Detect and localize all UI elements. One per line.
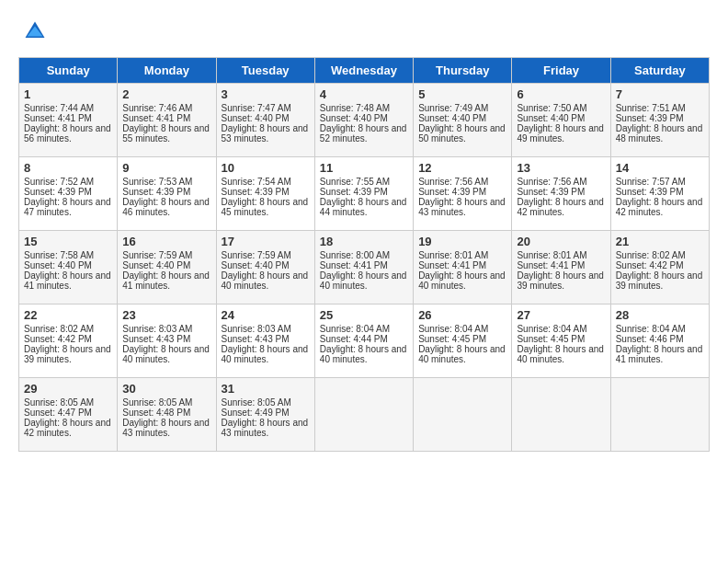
calendar-cell: 26Sunrise: 8:04 AMSunset: 4:45 PMDayligh… — [414, 304, 512, 378]
sunset-text: Sunset: 4:41 PM — [24, 113, 92, 123]
sunset-text: Sunset: 4:39 PM — [418, 187, 486, 197]
calendar-cell — [512, 378, 610, 452]
sunrise-text: Sunrise: 7:44 AM — [24, 103, 94, 113]
daylight-text: Daylight: 8 hours and 43 minutes. — [418, 197, 506, 217]
calendar-cell: 20Sunrise: 8:01 AMSunset: 4:41 PMDayligh… — [512, 231, 610, 304]
day-number: 26 — [418, 308, 506, 322]
calendar-cell: 18Sunrise: 8:00 AMSunset: 4:41 PMDayligh… — [314, 231, 413, 304]
day-number: 23 — [122, 308, 210, 322]
sunset-text: Sunset: 4:40 PM — [24, 260, 92, 270]
header-saturday: Saturday — [610, 58, 709, 84]
sunrise-text: Sunrise: 8:03 AM — [122, 324, 192, 334]
sunset-text: Sunset: 4:39 PM — [24, 187, 92, 197]
sunrise-text: Sunrise: 8:02 AM — [24, 324, 94, 334]
sunrise-text: Sunrise: 8:04 AM — [418, 324, 488, 334]
sunset-text: Sunset: 4:39 PM — [122, 187, 190, 197]
sunrise-text: Sunrise: 7:49 AM — [418, 103, 488, 113]
daylight-text: Daylight: 8 hours and 41 minutes. — [24, 270, 111, 291]
sunrise-text: Sunrise: 7:50 AM — [517, 103, 586, 113]
calendar-cell — [610, 378, 709, 452]
calendar-cell: 11Sunrise: 7:55 AMSunset: 4:39 PMDayligh… — [314, 157, 413, 231]
daylight-text: Daylight: 8 hours and 56 minutes. — [24, 123, 111, 144]
sunset-text: Sunset: 4:39 PM — [320, 187, 388, 197]
daylight-text: Daylight: 8 hours and 41 minutes. — [122, 270, 210, 291]
day-number: 14 — [616, 161, 704, 175]
sunset-text: Sunset: 4:39 PM — [616, 187, 684, 197]
day-number: 27 — [517, 308, 605, 322]
day-number: 8 — [24, 161, 112, 175]
sunrise-text: Sunrise: 7:58 AM — [24, 250, 94, 260]
sunrise-text: Sunrise: 7:51 AM — [616, 103, 686, 113]
day-number: 11 — [320, 161, 408, 175]
sunrise-text: Sunrise: 7:59 AM — [222, 250, 291, 260]
logo — [18, 18, 48, 48]
sunrise-text: Sunrise: 7:54 AM — [222, 177, 291, 187]
sunrise-text: Sunrise: 7:56 AM — [517, 177, 586, 187]
day-number: 6 — [517, 87, 605, 101]
sunset-text: Sunset: 4:46 PM — [616, 334, 684, 344]
calendar-cell: 25Sunrise: 8:04 AMSunset: 4:44 PMDayligh… — [314, 304, 413, 378]
logo-icon — [22, 18, 48, 44]
calendar-header-row: SundayMondayTuesdayWednesdayThursdayFrid… — [19, 58, 710, 84]
daylight-text: Daylight: 8 hours and 49 minutes. — [517, 123, 604, 144]
daylight-text: Daylight: 8 hours and 40 minutes. — [418, 270, 506, 291]
sunrise-text: Sunrise: 8:05 AM — [24, 397, 94, 408]
calendar-cell: 30Sunrise: 8:05 AMSunset: 4:48 PMDayligh… — [118, 378, 216, 452]
sunset-text: Sunset: 4:39 PM — [616, 113, 684, 123]
calendar-cell: 16Sunrise: 7:59 AMSunset: 4:40 PMDayligh… — [118, 231, 216, 304]
daylight-text: Daylight: 8 hours and 42 minutes. — [616, 197, 703, 217]
calendar-cell: 10Sunrise: 7:54 AMSunset: 4:39 PMDayligh… — [216, 157, 314, 231]
calendar-cell: 5Sunrise: 7:49 AMSunset: 4:40 PMDaylight… — [414, 84, 512, 157]
sunset-text: Sunset: 4:40 PM — [222, 260, 290, 270]
day-number: 12 — [418, 161, 506, 175]
header-tuesday: Tuesday — [216, 58, 314, 84]
calendar-week-2: 8Sunrise: 7:52 AMSunset: 4:39 PMDaylight… — [19, 157, 710, 231]
sunset-text: Sunset: 4:45 PM — [418, 334, 486, 344]
header-thursday: Thursday — [414, 58, 512, 84]
sunrise-text: Sunrise: 8:02 AM — [616, 250, 686, 260]
day-number: 29 — [24, 382, 112, 396]
sunset-text: Sunset: 4:42 PM — [616, 260, 684, 270]
daylight-text: Daylight: 8 hours and 40 minutes. — [320, 270, 407, 291]
calendar-cell: 1Sunrise: 7:44 AMSunset: 4:41 PMDaylight… — [19, 84, 118, 157]
calendar-cell: 15Sunrise: 7:58 AMSunset: 4:40 PMDayligh… — [19, 231, 118, 304]
daylight-text: Daylight: 8 hours and 42 minutes. — [24, 418, 111, 438]
calendar-cell: 27Sunrise: 8:04 AMSunset: 4:45 PMDayligh… — [512, 304, 610, 378]
daylight-text: Daylight: 8 hours and 45 minutes. — [222, 197, 309, 217]
day-number: 28 — [616, 308, 704, 322]
daylight-text: Daylight: 8 hours and 40 minutes. — [517, 344, 604, 364]
day-number: 21 — [616, 235, 704, 248]
sunrise-text: Sunrise: 8:04 AM — [320, 324, 390, 334]
day-number: 22 — [24, 308, 112, 322]
calendar-cell: 21Sunrise: 8:02 AMSunset: 4:42 PMDayligh… — [610, 231, 709, 304]
daylight-text: Daylight: 8 hours and 40 minutes. — [122, 344, 210, 364]
sunrise-text: Sunrise: 8:04 AM — [616, 324, 686, 334]
sunset-text: Sunset: 4:41 PM — [122, 113, 190, 123]
calendar-cell: 29Sunrise: 8:05 AMSunset: 4:47 PMDayligh… — [19, 378, 118, 452]
day-number: 15 — [24, 235, 112, 248]
header-sunday: Sunday — [19, 58, 118, 84]
day-number: 18 — [320, 235, 408, 248]
calendar-cell: 31Sunrise: 8:05 AMSunset: 4:49 PMDayligh… — [216, 378, 314, 452]
daylight-text: Daylight: 8 hours and 44 minutes. — [320, 197, 407, 217]
sunrise-text: Sunrise: 8:05 AM — [222, 397, 291, 408]
sunset-text: Sunset: 4:47 PM — [24, 408, 92, 418]
day-number: 13 — [517, 161, 605, 175]
day-number: 16 — [122, 235, 210, 248]
calendar-cell: 22Sunrise: 8:02 AMSunset: 4:42 PMDayligh… — [19, 304, 118, 378]
sunrise-text: Sunrise: 7:53 AM — [122, 177, 192, 187]
calendar-cell: 12Sunrise: 7:56 AMSunset: 4:39 PMDayligh… — [414, 157, 512, 231]
sunset-text: Sunset: 4:40 PM — [517, 113, 585, 123]
header-friday: Friday — [512, 58, 610, 84]
daylight-text: Daylight: 8 hours and 40 minutes. — [222, 270, 309, 291]
calendar-cell: 24Sunrise: 8:03 AMSunset: 4:43 PMDayligh… — [216, 304, 314, 378]
calendar-cell: 13Sunrise: 7:56 AMSunset: 4:39 PMDayligh… — [512, 157, 610, 231]
daylight-text: Daylight: 8 hours and 43 minutes. — [122, 418, 210, 438]
calendar-cell: 7Sunrise: 7:51 AMSunset: 4:39 PMDaylight… — [610, 84, 709, 157]
sunset-text: Sunset: 4:43 PM — [222, 334, 290, 344]
daylight-text: Daylight: 8 hours and 47 minutes. — [24, 197, 111, 217]
calendar-cell: 4Sunrise: 7:48 AMSunset: 4:40 PMDaylight… — [314, 84, 413, 157]
calendar-body: 1Sunrise: 7:44 AMSunset: 4:41 PMDaylight… — [19, 84, 710, 452]
calendar-table: SundayMondayTuesdayWednesdayThursdayFrid… — [18, 57, 710, 452]
calendar-week-1: 1Sunrise: 7:44 AMSunset: 4:41 PMDaylight… — [19, 84, 710, 157]
